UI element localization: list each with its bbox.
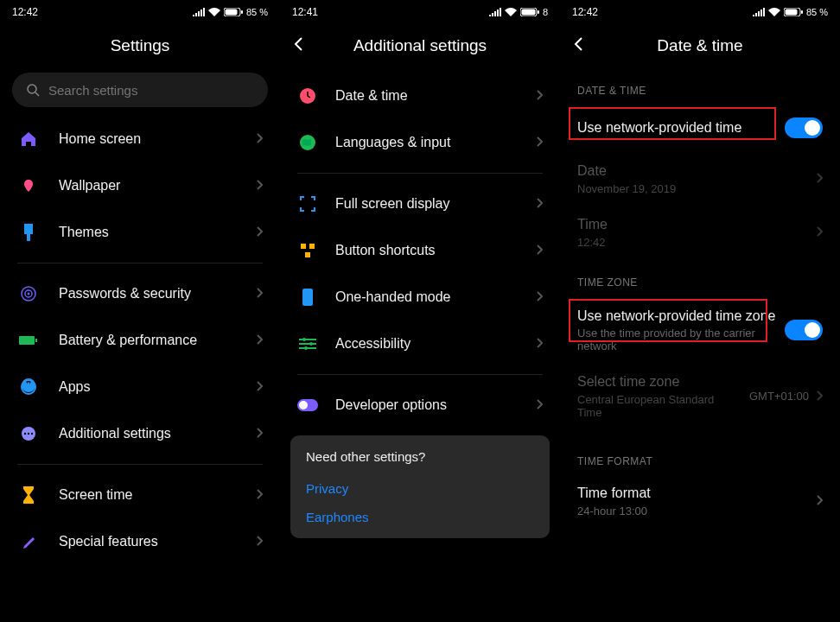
svg-rect-2: [241, 10, 243, 14]
developer-icon: [297, 394, 318, 416]
signal-icon: [193, 8, 205, 16]
row-use-network-time[interactable]: Use network-provided time: [560, 104, 840, 152]
svg-rect-35: [785, 10, 797, 16]
select-tz-sub: Central European Standard Time: [577, 393, 741, 419]
svg-rect-5: [24, 224, 33, 234]
chevron-right-icon: [536, 397, 543, 413]
header: Settings: [0, 24, 280, 67]
chevron-right-icon: [816, 389, 823, 404]
chevron-right-icon: [256, 333, 263, 348]
svg-rect-1: [225, 10, 237, 16]
svg-line-4: [35, 92, 39, 96]
date-time-panel: 12:42 85 % Date & time DATE & TIME Use n…: [560, 0, 840, 622]
row-wallpaper[interactable]: Wallpaper: [0, 162, 280, 209]
row-label: Accessibility: [335, 336, 536, 352]
wallpaper-icon: [17, 175, 40, 197]
battery-percent: 8: [543, 7, 548, 17]
row-date-time[interactable]: Date & time: [280, 73, 560, 119]
chevron-right-icon: [256, 225, 263, 240]
date-value: November 19, 2019: [577, 182, 807, 195]
row-additional-settings[interactable]: Additional settings: [0, 410, 280, 457]
other-settings-title: Need other settings?: [306, 449, 534, 464]
chevron-right-icon: [816, 171, 823, 187]
fullscreen-icon: [297, 193, 318, 215]
back-button[interactable]: [574, 36, 584, 55]
row-themes[interactable]: Themes: [0, 209, 280, 256]
chevron-right-icon: [536, 289, 543, 305]
chevron-right-icon: [536, 135, 543, 150]
chevron-right-icon: [536, 243, 543, 258]
section-date-time: DATE & TIME: [560, 67, 840, 104]
chevron-right-icon: [256, 178, 263, 194]
use-network-zone-sub: Use the time provided by the carrier net…: [577, 327, 776, 352]
row-label: Battery & performance: [59, 333, 256, 348]
row-screen-time[interactable]: Screen time: [0, 472, 280, 518]
one-handed-icon: [297, 286, 318, 308]
status-time: 12:42: [12, 6, 38, 18]
status-bar: 12:41 8: [280, 0, 560, 24]
additional-list: Date & time Languages & input Full scree…: [280, 67, 560, 538]
use-network-zone-toggle[interactable]: [785, 320, 823, 340]
row-use-network-time-zone[interactable]: Use network-provided time zone Use the t…: [560, 295, 840, 364]
wifi-icon: [208, 8, 220, 16]
row-button-shortcuts[interactable]: Button shortcuts: [280, 227, 560, 274]
row-label: Date & time: [335, 88, 536, 104]
divider: [17, 464, 263, 465]
section-time-zone: TIME ZONE: [560, 259, 840, 295]
divider: [17, 263, 263, 263]
search-bar[interactable]: [12, 73, 268, 107]
special-features-icon: [17, 530, 40, 553]
svg-rect-18: [521, 10, 535, 16]
row-time-format[interactable]: Time format 24-hour 13:00: [560, 474, 840, 528]
time-format-label: Time format: [577, 485, 807, 503]
header: Additional settings: [280, 24, 560, 67]
accessibility-icon: [297, 333, 318, 355]
home-icon: [17, 128, 40, 150]
battery-percent: 85 %: [806, 7, 828, 17]
svg-point-14: [24, 433, 26, 435]
row-label: Languages & input: [335, 135, 536, 150]
row-developer-options[interactable]: Developer options: [280, 382, 560, 428]
row-special-features[interactable]: Special features: [0, 518, 280, 565]
search-input[interactable]: [48, 83, 254, 98]
use-network-time-toggle[interactable]: [785, 117, 823, 138]
chevron-right-icon: [536, 196, 543, 212]
row-one-handed-mode[interactable]: One-handed mode: [280, 274, 560, 321]
svg-point-29: [302, 338, 306, 341]
row-accessibility[interactable]: Accessibility: [280, 321, 560, 367]
status-bar: 12:42 85 %: [0, 0, 280, 24]
battery-icon: [520, 8, 539, 16]
svg-rect-10: [19, 336, 35, 345]
battery-icon: [784, 8, 803, 16]
row-label: Apps: [59, 379, 256, 395]
row-languages-input[interactable]: Languages & input: [280, 119, 560, 166]
chevron-right-icon: [816, 225, 823, 240]
row-label: Passwords & security: [59, 286, 256, 301]
security-icon: [17, 282, 40, 305]
wifi-icon: [505, 8, 517, 16]
svg-point-16: [31, 433, 33, 435]
shortcuts-icon: [297, 239, 318, 262]
svg-rect-19: [538, 10, 539, 14]
back-button[interactable]: [294, 36, 304, 55]
divider: [297, 374, 543, 375]
link-earphones[interactable]: Earphones: [306, 503, 534, 531]
link-privacy[interactable]: Privacy: [306, 474, 534, 503]
row-apps[interactable]: Apps: [0, 364, 280, 410]
row-full-screen-display[interactable]: Full screen display: [280, 181, 560, 227]
row-time: Time 12:42: [560, 206, 840, 259]
settings-panel: 12:42 85 % Settings Home screen Wallpape…: [0, 0, 280, 622]
svg-rect-25: [302, 289, 313, 306]
battery-icon: [224, 8, 243, 16]
status-time: 12:42: [572, 6, 598, 18]
svg-rect-6: [27, 234, 30, 241]
page-title: Date & time: [657, 36, 742, 55]
row-label: Themes: [59, 225, 256, 240]
row-passwords-security[interactable]: Passwords & security: [0, 270, 280, 317]
signal-icon: [489, 8, 501, 16]
row-label: Screen time: [59, 487, 256, 503]
row-home-screen[interactable]: Home screen: [0, 116, 280, 162]
other-settings-card: Need other settings? Privacy Earphones: [290, 435, 550, 538]
row-battery-performance[interactable]: Battery & performance: [0, 317, 280, 364]
chevron-right-icon: [256, 379, 263, 395]
